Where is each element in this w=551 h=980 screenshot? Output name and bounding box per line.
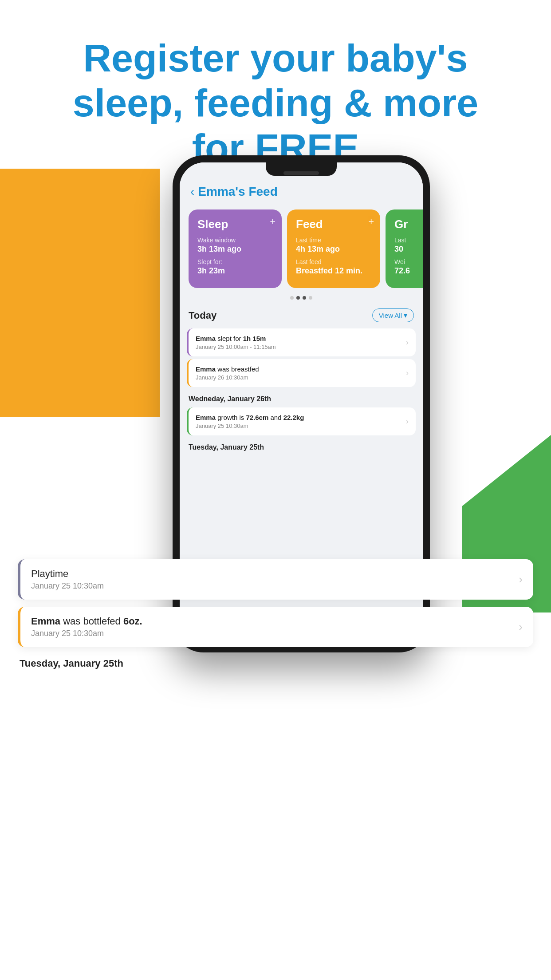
feed-value2: Breastfed 12 min. <box>296 266 371 276</box>
dot-4 <box>309 296 312 300</box>
feed-label1: Last time <box>296 237 371 244</box>
sleep-add-icon[interactable]: + <box>270 216 276 227</box>
feed-item-growth-chevron-icon: › <box>406 417 409 426</box>
section-date-tuesday: Tuesday, January 25th <box>180 438 423 453</box>
feed-item-growth-sub: January 25 10:30am <box>196 423 304 429</box>
outside-card-playtime-main: Playtime <box>31 568 104 580</box>
feed-item-breastfed[interactable]: Emma was breastfed January 26 10:30am › <box>187 359 416 387</box>
outside-cards-section: Playtime January 25 10:30am › Emma was b… <box>18 559 533 671</box>
feed-item-growth-main: Emma growth is 72.6cm and 22.2kg <box>196 414 304 421</box>
feed-item-breastfed-chevron-icon: › <box>406 368 409 378</box>
sleep-value1: 3h 13m ago <box>197 245 273 254</box>
phone-speaker <box>283 171 319 175</box>
bg-orange-shape <box>0 169 160 417</box>
feed-item-breastfed-content: Emma was breastfed January 26 10:30am <box>196 365 259 381</box>
feed-item-sleep-chevron-icon: › <box>406 338 409 347</box>
feed-item-sleep[interactable]: Emma slept for 1h 15m January 25 10:00am… <box>187 328 416 356</box>
outside-card-bottle-chevron-icon: › <box>519 620 523 634</box>
outside-card-playtime[interactable]: Playtime January 25 10:30am › <box>18 559 533 600</box>
growth-card-title: Gr <box>394 217 423 231</box>
growth-value2: 72.6 <box>394 266 423 276</box>
feed-item-breastfed-main: Emma was breastfed <box>196 365 259 373</box>
feed-item-sleep-main: Emma slept for 1h 15m <box>196 335 276 342</box>
bottom-section-label: Tuesday, January 25th <box>18 654 533 671</box>
cards-row: + Sleep Wake window 3h 13m ago Slept for… <box>180 206 423 292</box>
growth-card[interactable]: Gr Last 30 Wei 72.6 <box>386 209 423 288</box>
section-date-wednesday: Wedneday, January 26th <box>180 390 423 405</box>
feed-item-breastfed-sub: January 26 10:30am <box>196 374 259 381</box>
growth-label2: Wei <box>394 258 423 265</box>
sleep-label2: Slept for: <box>197 258 273 265</box>
sleep-value2: 3h 23m <box>197 266 273 276</box>
outside-card-playtime-sub: January 25 10:30am <box>31 581 104 591</box>
back-button[interactable]: ‹ <box>190 185 194 199</box>
dot-1 <box>290 296 294 300</box>
feed-item-growth[interactable]: Emma growth is 72.6cm and 22.2kg January… <box>187 407 416 435</box>
header-title: Register your baby's sleep, feeding & mo… <box>27 36 524 170</box>
outside-card-bottle-sub: January 25 10:30am <box>31 629 142 638</box>
feed-card[interactable]: + Feed Last time 4h 13m ago Last feed Br… <box>287 209 380 288</box>
view-all-chevron-icon: ▾ <box>404 311 407 320</box>
view-all-label: View All <box>379 312 402 319</box>
pagination-dots <box>180 296 423 300</box>
sleep-card-title: Sleep <box>197 217 273 231</box>
dot-2 <box>296 296 300 300</box>
screen-title: Emma's Feed <box>198 185 277 199</box>
outside-card-playtime-content: Playtime January 25 10:30am <box>31 568 104 591</box>
feed-value1: 4h 13m ago <box>296 245 371 254</box>
growth-value1: 30 <box>394 245 423 254</box>
feed-item-sleep-content: Emma slept for 1h 15m January 25 10:00am… <box>196 335 276 350</box>
outside-card-bottle[interactable]: Emma was bottlefed 6oz. January 25 10:30… <box>18 607 533 647</box>
today-header: Today View All ▾ <box>180 304 423 326</box>
phone-notch <box>266 162 337 176</box>
outside-card-bottle-content: Emma was bottlefed 6oz. January 25 10:30… <box>31 616 142 638</box>
feed-card-title: Feed <box>296 217 371 231</box>
feed-add-icon[interactable]: + <box>368 216 374 227</box>
today-label: Today <box>189 310 216 321</box>
outside-card-playtime-chevron-icon: › <box>519 573 523 586</box>
feed-label2: Last feed <box>296 258 371 265</box>
feed-item-sleep-sub: January 25 10:00am - 11:15am <box>196 344 276 350</box>
sleep-label1: Wake window <box>197 237 273 244</box>
feed-item-growth-content: Emma growth is 72.6cm and 22.2kg January… <box>196 414 304 429</box>
growth-label1: Last <box>394 237 423 244</box>
outside-card-bottle-main: Emma was bottlefed 6oz. <box>31 616 142 627</box>
sleep-card[interactable]: + Sleep Wake window 3h 13m ago Slept for… <box>189 209 282 288</box>
dot-3 <box>303 296 306 300</box>
view-all-button[interactable]: View All ▾ <box>372 308 414 322</box>
